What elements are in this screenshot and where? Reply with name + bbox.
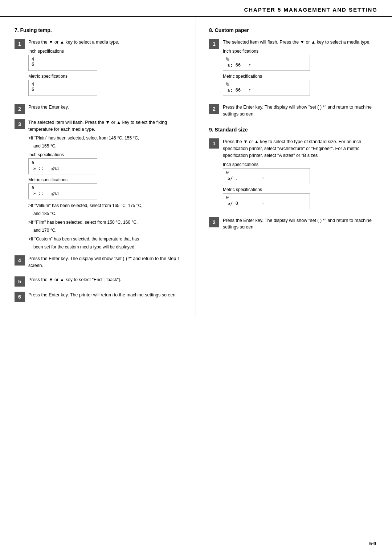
sec8-inch-label: Inch specifications	[223, 49, 381, 54]
step-6-row: 6 Press the Enter key. The printer will …	[15, 292, 185, 302]
step-4-row: 4 Press the Enter key. The display will …	[15, 255, 185, 271]
chapter-title: CHAPTER 5 MANAGEMENT AND SETTING	[244, 7, 377, 13]
step-2-num: 2	[15, 104, 25, 114]
step-3-metric-box: 6 ≥ :: ≦%1	[28, 183, 97, 199]
left-column: 7. Fusing temp. 1 Press the ▼ or ▲ key t…	[0, 17, 196, 317]
step-3-row: 3 The selected item will flash. Press th…	[15, 119, 185, 251]
step-3-content: The selected item will flash. Press the …	[28, 119, 185, 251]
page-header: CHAPTER 5 MANAGEMENT AND SETTING	[0, 0, 392, 17]
step-3-note-plain: >If "Plain" has been selected, select fr…	[28, 135, 185, 141]
step-3-note-custom-cont: been set for the custom media type will …	[28, 244, 185, 250]
sec8-step-2-row: 2 Press the Enter key. The display will …	[209, 104, 381, 120]
step-1-metric-box: 4 6	[28, 80, 97, 96]
step-4-content: Press the Enter key. The display will sh…	[28, 255, 185, 271]
step-1-text: Press the ▼ or ▲ key to select a media t…	[28, 39, 185, 46]
page-number: 5-9	[369, 541, 376, 546]
sec9-inch-box: 0 ≥/ . ↑	[223, 168, 310, 184]
step-1-metric-label: Metric specifications	[28, 74, 185, 79]
sec8-step-1-content: The selected item will flash. Press the …	[223, 39, 381, 99]
sec8-step-2-content: Press the Enter key. The display will sh…	[223, 104, 381, 120]
sec8-step-2-num: 2	[209, 104, 219, 114]
section-7-title: 7. Fusing temp.	[15, 27, 185, 33]
step-3-note-film: >If "Film" has been selected, select fro…	[28, 219, 185, 226]
step-3-num: 3	[15, 119, 25, 129]
sec9-step-2-text: Press the Enter key. The display will sh…	[223, 217, 381, 231]
right-column: 8. Custom paper 1 The selected item will…	[196, 17, 392, 317]
page-content: 7. Fusing temp. 1 Press the ▼ or ▲ key t…	[0, 17, 392, 317]
sec9-step-1-row: 1 Press the ▼ or ▲ key to select the typ…	[209, 138, 381, 212]
step-3-note-plain-cont: and 165 °C.	[28, 143, 185, 149]
section-9-title: 9. Standard size	[209, 127, 381, 133]
step-3-note-film-cont: and 170 °C.	[28, 227, 185, 234]
sec9-step-1-text: Press the ▼ or ▲ key to select the type …	[223, 138, 381, 159]
sec8-inch-box: % ≥; 66 ↑	[223, 55, 310, 71]
step-3-note-vellum-cont: and 185 °C.	[28, 210, 185, 217]
step-3-inch-box: 6 ≥ :: ≦%1	[28, 158, 97, 174]
step-6-text: Press the Enter key. The printer will re…	[28, 292, 185, 299]
sec9-step-2-row: 2 Press the Enter key. The display will …	[209, 217, 381, 233]
step-5-text: Press the ▼ or ▲ key to select "End" ["b…	[28, 276, 185, 283]
sec8-metric-box: % ≥; 66 ↑	[223, 80, 310, 96]
sec8-step-2-text: Press the Enter key. The display will sh…	[223, 104, 381, 118]
step-5-num: 5	[15, 276, 25, 287]
step-5-content: Press the ▼ or ▲ key to select "End" ["b…	[28, 276, 185, 285]
sec8-step-1-row: 1 The selected item will flash. Press th…	[209, 39, 381, 99]
sec8-step-1-num: 1	[209, 39, 219, 49]
step-3-note-custom: >If "Custom" has been selected, the temp…	[28, 236, 185, 242]
section-8-title: 8. Custom paper	[209, 27, 381, 33]
sec9-step-1-content: Press the ▼ or ▲ key to select the type …	[223, 138, 381, 212]
step-1-content: Press the ▼ or ▲ key to select a media t…	[28, 39, 185, 99]
sec9-step-1-num: 1	[209, 138, 219, 149]
step-1-row: 1 Press the ▼ or ▲ key to select a media…	[15, 39, 185, 99]
step-4-text: Press the Enter key. The display will sh…	[28, 255, 185, 269]
step-3-text: The selected item will flash. Press the …	[28, 119, 185, 133]
sec8-step-1-text: The selected item will flash. Press the …	[223, 39, 381, 46]
step-4-num: 4	[15, 255, 25, 266]
step-3-note-vellum: >If "Vellum" has been selected, select f…	[28, 202, 185, 209]
step-2-content: Press the Enter key.	[28, 104, 185, 113]
step-1-num: 1	[15, 39, 25, 49]
step-2-row: 2 Press the Enter key.	[15, 104, 185, 114]
step-1-inch-label: Inch specifications	[28, 49, 185, 54]
sec8-metric-label: Metric specifications	[223, 74, 381, 79]
step-5-row: 5 Press the ▼ or ▲ key to select "End" […	[15, 276, 185, 287]
step-1-inch-box: 4 6	[28, 55, 97, 71]
step-6-content: Press the Enter key. The printer will re…	[28, 292, 185, 301]
step-6-num: 6	[15, 292, 25, 302]
sec9-step-2-num: 2	[209, 217, 219, 227]
sec9-step-2-content: Press the Enter key. The display will sh…	[223, 217, 381, 233]
sec9-metric-box: 0 ≥/ 0 ↑	[223, 193, 310, 209]
step-3-inch-label: Inch specifications	[28, 152, 185, 157]
sec9-inch-label: Inch specifications	[223, 162, 381, 167]
step-2-text: Press the Enter key.	[28, 104, 185, 111]
sec9-metric-label: Metric specifications	[223, 187, 381, 192]
step-3-metric-label: Metric specifications	[28, 177, 185, 182]
